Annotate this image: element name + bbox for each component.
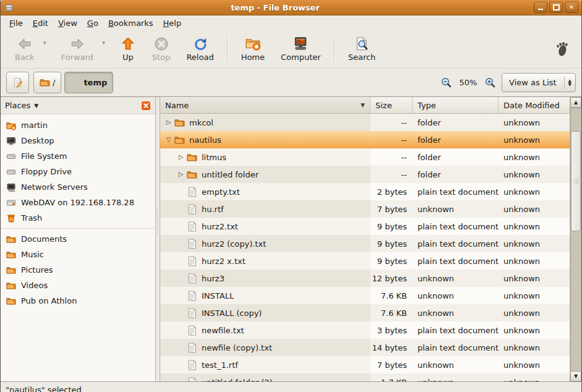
zoom-in-button[interactable] [484, 77, 496, 88]
empty.txt[interactable]: empty.txt 2 bytes plain text document un… [160, 183, 570, 200]
hu.rtf[interactable]: hu.rtf 7 bytes unknown unknown [160, 200, 570, 218]
separator [1, 228, 155, 229]
date-modified-cell: unknown [499, 356, 570, 373]
text-file-icon [187, 291, 197, 301]
menu-bookmarks[interactable]: Bookmarks [103, 17, 158, 29]
minimize-button[interactable] [534, 2, 547, 13]
text-file-icon [187, 239, 197, 249]
size-cell: 7 bytes [370, 356, 413, 373]
sidebar-item-martin[interactable]: martin [1, 117, 155, 133]
scroll-up-button[interactable]: ▲ [570, 97, 581, 108]
INSTALL (copy)[interactable]: INSTALL (copy) 7.6 KB unknown unknown [160, 304, 570, 322]
folder-icon [187, 152, 197, 163]
places-selector[interactable]: Places [5, 101, 30, 110]
scrollbar-thumb[interactable] [571, 131, 581, 231]
dropdown-chevron-icon[interactable]: ▾ [102, 40, 105, 46]
hurz2 x.txt[interactable]: hurz2 x.txt 9 bytes plain text document … [160, 252, 570, 270]
menu-view[interactable]: View [53, 17, 82, 29]
sidebar-item-network-servers[interactable]: Network Servers [1, 179, 155, 195]
forward-button[interactable]: ▾ Forward [53, 35, 109, 63]
window-icon [4, 3, 14, 12]
reload-button[interactable]: ▾ Reload [178, 35, 221, 63]
date-modified-cell: unknown [499, 148, 570, 166]
sidebar-item-desktop[interactable]: Desktop [1, 133, 155, 148]
newfile (copy).txt[interactable]: newfile (copy).txt 14 bytes plain text d… [160, 339, 570, 356]
menu-help[interactable]: Help [158, 17, 187, 29]
places-header: Places ▼ [1, 97, 155, 114]
mkcol[interactable]: ▷ mkcol -- folder unknown [160, 114, 570, 131]
expander-icon[interactable]: ▷ [163, 119, 174, 126]
stop-button[interactable]: ▾ Stop [144, 35, 179, 63]
untitled folder[interactable]: ▷ untitled folder -- folder unknown [160, 166, 570, 183]
text-file-icon [187, 204, 197, 215]
untitled folder (2)[interactable]: untitled folder (2) 1.7 KB unknown unkno… [160, 373, 570, 381]
date-modified-cell: unknown [499, 322, 570, 339]
pane-splitter[interactable] [156, 97, 160, 381]
sidebar-item-trash[interactable]: Trash [1, 210, 155, 226]
vertical-scrollbar[interactable]: ▲ ▼ [570, 97, 581, 381]
main-area: Places ▼ martin Desktop [1, 96, 581, 382]
column-header-date-modified[interactable]: Date Modified [499, 97, 570, 113]
list-header: Name ▼ Size Type Date Modified [160, 97, 570, 114]
litmus[interactable]: ▷ litmus -- folder unknown [160, 148, 570, 166]
name-cell: hurz2 (copy).txt [160, 235, 370, 252]
date-modified-cell: unknown [499, 218, 570, 235]
folder-icon [174, 117, 185, 128]
column-header-type[interactable]: Type [413, 97, 499, 113]
INSTALL[interactable]: INSTALL 7.6 KB unknown unknown [160, 287, 570, 304]
home-button[interactable]: ▾ Home [233, 35, 273, 63]
column-header-size[interactable]: Size [370, 97, 413, 113]
test_1.rtf[interactable]: test_1.rtf 7 bytes unknown unknown [160, 356, 570, 373]
hurz2.txt[interactable]: hurz2.txt 9 bytes plain text document un… [160, 218, 570, 235]
file-name: hurz2 x.txt [202, 257, 246, 266]
edit-location-button[interactable] [6, 72, 29, 93]
path-temp-button[interactable]: temp [64, 72, 113, 93]
date-modified-cell: unknown [499, 287, 570, 304]
text-file-icon [187, 308, 197, 318]
menu-go[interactable]: Go [82, 17, 103, 29]
search-button[interactable]: ▾ Search [340, 35, 384, 63]
folder-icon [6, 234, 16, 244]
sidebar-item-pub-on-athlon[interactable]: Pub on Athlon [1, 293, 155, 309]
sidebar-item-pictures[interactable]: Pictures [1, 262, 155, 278]
sidebar-close-button[interactable] [141, 101, 151, 111]
file-name: INSTALL (copy) [202, 309, 262, 318]
scrollbar-track[interactable] [570, 108, 581, 371]
expander-icon[interactable]: ▷ [176, 154, 186, 160]
path-root-button[interactable]: / [33, 72, 61, 93]
sidebar-item-floppy-drive[interactable]: Floppy Drive [1, 164, 155, 179]
nautilus[interactable]: ▽ nautilus -- folder unknown [160, 131, 570, 148]
computer-button[interactable]: ▾ Computer [273, 35, 329, 63]
zoom-out-button[interactable] [440, 77, 452, 88]
back-button[interactable]: ▾ Back [7, 35, 51, 63]
view-mode-label: View as List [502, 78, 564, 87]
menu-edit[interactable]: Edit [28, 17, 53, 29]
menu-file[interactable]: File [4, 17, 28, 29]
sidebar-item-webdav[interactable]: WebDAV on 192.168.178.28 [1, 195, 155, 210]
file-name: hurz2.txt [202, 222, 238, 231]
dropdown-chevron-icon[interactable]: ▾ [43, 40, 46, 46]
type-cell: unknown [413, 270, 499, 287]
expander-icon[interactable]: ▷ [176, 171, 186, 177]
close-button[interactable]: ✕ [565, 2, 578, 13]
hurz3[interactable]: hurz3 12 bytes unknown unknown [160, 270, 570, 287]
sidebar-item-music[interactable]: Music [1, 247, 155, 262]
column-header-name[interactable]: Name ▼ [160, 97, 370, 113]
sidebar-item-videos[interactable]: Videos [1, 278, 155, 293]
hurz2 (copy).txt[interactable]: hurz2 (copy).txt 9 bytes plain text docu… [160, 235, 570, 252]
titlebar[interactable]: temp - File Browser ✕ [1, 0, 581, 15]
scroll-down-button[interactable]: ▼ [570, 371, 581, 381]
expander-icon[interactable]: ▽ [163, 137, 174, 143]
maximize-button[interactable] [549, 2, 563, 13]
folder-icon [187, 169, 197, 180]
file-name: untitled folder (2) [202, 378, 273, 382]
sidebar-item-documents[interactable]: Documents [1, 231, 155, 247]
newfile.txt[interactable]: newfile.txt 3 bytes plain text document … [160, 322, 570, 339]
up-button[interactable]: ▾ Up [112, 35, 144, 63]
date-modified-cell: unknown [499, 304, 570, 322]
sidebar-item-file-system[interactable]: File System [1, 148, 155, 164]
folder-icon [174, 135, 185, 145]
view-mode-select[interactable]: View as List ▲▼ [502, 73, 576, 92]
type-cell: unknown [413, 200, 499, 218]
date-modified-cell: unknown [499, 235, 570, 252]
